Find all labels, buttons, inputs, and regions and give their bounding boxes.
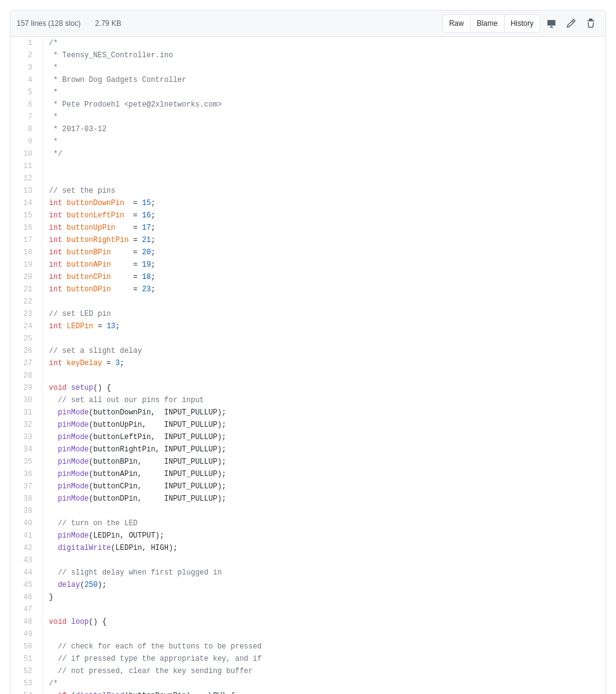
code-line: * <box>42 62 606 74</box>
table-row: 53/* <box>10 677 606 690</box>
file-size: 2.79 KB <box>95 19 121 28</box>
table-row: 20int buttonCPin = 18; <box>10 271 606 283</box>
code-line: pinMode(buttonUpPin, INPUT_PULLUP); <box>42 419 606 431</box>
code-line: pinMode(buttonAPin, INPUT_PULLUP); <box>42 468 606 480</box>
table-row: 29void setup() { <box>10 382 606 394</box>
line-number: 34 <box>10 443 42 456</box>
table-row: 33 pinMode(buttonLeftPin, INPUT_PULLUP); <box>10 431 606 443</box>
delete-icon-button[interactable] <box>582 16 599 31</box>
edit-icon-button[interactable] <box>562 16 580 31</box>
code-line: /* <box>42 677 606 690</box>
line-number: 48 <box>10 616 42 628</box>
table-row: 5 * <box>10 86 606 99</box>
line-number: 23 <box>10 308 42 320</box>
toolbar: Raw Blame History <box>443 14 599 33</box>
line-count: 157 lines (128 sloc) <box>17 19 81 28</box>
code-line: * <box>42 135 606 148</box>
code-line: int buttonAPin = 19; <box>42 259 606 271</box>
table-row: 47 <box>10 603 606 616</box>
file-header: 157 lines (128 sloc) · 2.79 KB Raw Blame… <box>10 10 606 36</box>
table-row: 48void loop() { <box>10 616 606 628</box>
table-row: 10 */ <box>10 148 606 160</box>
code-line: * 2017-03-12 <box>42 123 606 135</box>
line-number: 35 <box>10 456 42 468</box>
table-row: 21int buttonDPin = 23; <box>10 283 606 296</box>
line-number: 51 <box>10 653 42 665</box>
table-row: 43 <box>10 554 606 567</box>
code-line: */ <box>42 148 606 160</box>
code-line: /* <box>42 37 606 49</box>
code-line: // slight delay when first plugged in <box>42 567 606 579</box>
table-row: 34 pinMode(buttonRightPin, INPUT_PULLUP)… <box>10 443 606 456</box>
line-number: 39 <box>10 505 42 517</box>
line-number: 16 <box>10 222 42 234</box>
code-line: // not pressed, clear the key sending bu… <box>42 665 606 677</box>
code-line: // turn on the LED <box>42 517 606 530</box>
code-line: int buttonRightPin = 21; <box>42 234 606 246</box>
table-row: 38 pinMode(buttonDPin, INPUT_PULLUP); <box>10 493 606 505</box>
code-line: // set all out our pins for input <box>42 394 606 406</box>
code-line <box>42 160 606 172</box>
code-line: pinMode(buttonDownPin, INPUT_PULLUP); <box>42 406 606 419</box>
code-line: digitalWrite(LEDPin, HIGH); <box>42 542 606 554</box>
code-line <box>42 628 606 640</box>
line-number: 25 <box>10 333 42 345</box>
code-line: pinMode(buttonBPin, INPUT_PULLUP); <box>42 456 606 468</box>
code-line: pinMode(buttonCPin, INPUT_PULLUP); <box>42 480 606 493</box>
line-number: 44 <box>10 567 42 579</box>
table-row: 18int buttonBPin = 20; <box>10 246 606 259</box>
blame-button[interactable]: Blame <box>470 14 505 33</box>
table-row: 1/* <box>10 37 606 49</box>
code-line: // set a slight delay <box>42 345 606 357</box>
line-number: 42 <box>10 542 42 554</box>
table-row: 32 pinMode(buttonUpPin, INPUT_PULLUP); <box>10 419 606 431</box>
line-number: 53 <box>10 677 42 690</box>
line-number: 32 <box>10 419 42 431</box>
line-number: 11 <box>10 160 42 172</box>
code-line <box>42 333 606 345</box>
line-number: 49 <box>10 628 42 640</box>
table-row: 16int buttonUpPin = 17; <box>10 222 606 234</box>
file-meta: 157 lines (128 sloc) · 2.79 KB <box>17 19 121 28</box>
table-row: 22 <box>10 296 606 308</box>
line-number: 33 <box>10 431 42 443</box>
desktop-icon-button[interactable] <box>543 16 560 31</box>
code-line: * Pete Prodoehl <pete@2xlnetworks.com> <box>42 99 606 111</box>
line-number: 19 <box>10 259 42 271</box>
code-line: } <box>42 591 606 603</box>
pencil-icon <box>566 18 576 28</box>
table-row: 36 pinMode(buttonAPin, INPUT_PULLUP); <box>10 468 606 480</box>
code-line: * Teensy_NES_Controller.ino <box>42 49 606 62</box>
line-number: 20 <box>10 271 42 283</box>
line-number: 30 <box>10 394 42 406</box>
code-line: pinMode(buttonDPin, INPUT_PULLUP); <box>42 493 606 505</box>
table-row: 12 <box>10 172 606 185</box>
table-row: 41 pinMode(LEDPin, OUTPUT); <box>10 530 606 542</box>
code-line: * Brown Dog Gadgets Controller <box>42 74 606 86</box>
history-button[interactable]: History <box>504 14 540 33</box>
code-line <box>42 603 606 616</box>
line-number: 36 <box>10 468 42 480</box>
table-row: 15int buttonLeftPin = 16; <box>10 209 606 222</box>
code-line: int buttonDownPin = 15; <box>42 197 606 209</box>
line-number: 54 <box>10 690 42 694</box>
table-row: 30 // set all out our pins for input <box>10 394 606 406</box>
table-row: 51 // if pressed type the appropriate ke… <box>10 653 606 665</box>
line-number: 45 <box>10 579 42 591</box>
raw-button[interactable]: Raw <box>442 14 471 33</box>
code-line: pinMode(LEDPin, OUTPUT); <box>42 530 606 542</box>
line-number: 27 <box>10 357 42 369</box>
code-line: if (digitalRead(buttonDownPin) == LOW) { <box>42 690 606 694</box>
line-number: 5 <box>10 86 42 99</box>
line-number: 37 <box>10 480 42 493</box>
code-line: int buttonBPin = 20; <box>42 246 606 259</box>
code-line <box>42 172 606 185</box>
code-line: int buttonCPin = 18; <box>42 271 606 283</box>
table-row: 3 * <box>10 62 606 74</box>
table-row: 7 * <box>10 111 606 123</box>
code-line: int buttonDPin = 23; <box>42 283 606 296</box>
line-number: 24 <box>10 320 42 333</box>
table-row: 37 pinMode(buttonCPin, INPUT_PULLUP); <box>10 480 606 493</box>
code-line: int buttonLeftPin = 16; <box>42 209 606 222</box>
line-number: 15 <box>10 209 42 222</box>
